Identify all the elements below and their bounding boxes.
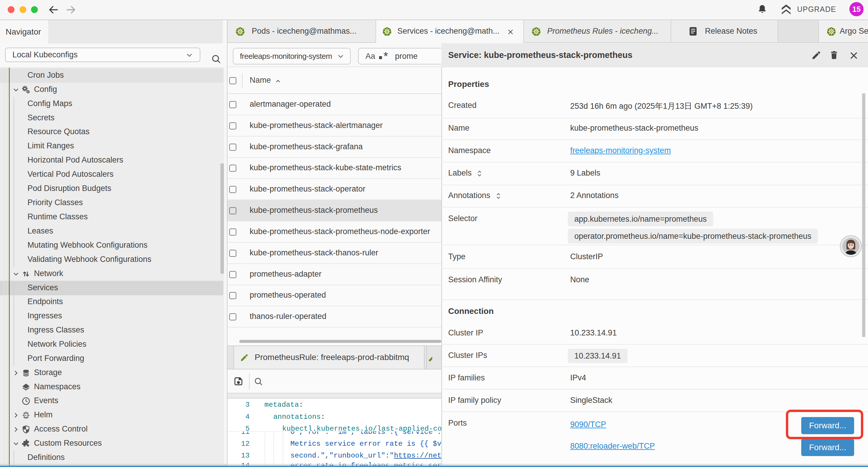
svg-text:HELM: HELM: [23, 414, 28, 416]
